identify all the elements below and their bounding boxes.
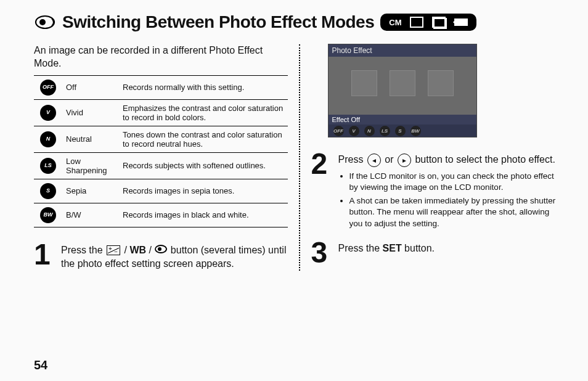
step2-text-b: button to select the photo effect.: [415, 154, 555, 165]
page-header: Switching Between Photo Effect Modes CM: [34, 12, 563, 32]
effect-desc: Records subjects with softened outlines.: [119, 152, 288, 179]
effect-icon: S: [40, 183, 56, 199]
step-2: 2 Press ◂ or ▸ button to select the phot…: [311, 150, 564, 232]
step2-text-a: Press: [338, 154, 366, 165]
lcd-effect-icon: OFF: [333, 126, 344, 136]
step1-text-a: Press the: [61, 245, 105, 255]
mode-stitch-icon: [432, 17, 446, 28]
lcd-status: Effect Off: [329, 115, 476, 125]
table-row: BWB/WRecords images in black and white.: [34, 203, 288, 227]
mode-movie-icon: [454, 18, 468, 26]
table-row: NNeutralTones down the contrast and colo…: [34, 126, 288, 152]
page-number: 54: [34, 358, 47, 372]
effect-name: Neutral: [62, 126, 119, 152]
page-title: Switching Between Photo Effect Modes: [62, 12, 374, 32]
effects-table: OFFOffRecords normally with this setting…: [34, 75, 288, 227]
table-row: SSepiaRecords images in sepia tones.: [34, 179, 288, 203]
wb-label: WB: [129, 245, 146, 255]
effect-desc: Records images in black and white.: [119, 203, 288, 227]
mode-badges: CM: [380, 14, 476, 31]
intro-text: An image can be recorded in a different …: [34, 44, 288, 70]
mode-cm-icon: CM: [389, 18, 401, 27]
lcd-icon-row: OFFVNLSSBW: [329, 125, 476, 137]
step2-bullets: If the LCD monitor is on, you can check …: [338, 171, 564, 229]
effect-icon: V: [40, 105, 56, 121]
table-row: OFFOffRecords normally with this setting…: [34, 75, 288, 99]
table-row: VVividEmphasizes the contrast and color …: [34, 99, 288, 126]
lcd-preview: Photo Effect Effect Off OFFVNLSSBW: [329, 44, 476, 137]
effect-icon: N: [40, 131, 56, 147]
lcd-effect-icon: N: [364, 126, 375, 136]
effect-desc: Records normally with this setting.: [119, 75, 288, 99]
list-item: A shot can be taken immediately by press…: [349, 195, 564, 229]
effect-icon: LS: [40, 158, 56, 174]
svg-point-1: [39, 19, 46, 25]
step-3: 3 Press the SET button.: [311, 239, 564, 266]
effect-desc: Records images in sepia tones.: [119, 179, 288, 203]
right-arrow-button-icon: ▸: [398, 154, 411, 167]
set-label: SET: [383, 243, 402, 253]
step-number: 1: [34, 241, 54, 271]
lcd-effect-icon: V: [349, 126, 359, 136]
photo-effect-inline-icon: [154, 244, 168, 258]
effect-name: Off: [62, 75, 119, 99]
effect-desc: Emphasizes the contrast and color satura…: [119, 99, 288, 126]
effect-name: Sepia: [62, 179, 119, 203]
table-row: LSLow SharpeningRecords subjects with so…: [34, 152, 288, 179]
step3-text-b: button.: [404, 243, 435, 253]
effect-name: B/W: [62, 203, 119, 227]
effect-name: Vivid: [62, 99, 119, 126]
step-1: 1 Press the − / WB / button (several tim…: [34, 241, 288, 271]
step2-mid: or: [385, 154, 396, 165]
list-item: If the LCD monitor is on, you can check …: [349, 171, 564, 193]
exposure-icon: −: [107, 245, 120, 255]
effect-name: Low Sharpening: [62, 152, 119, 179]
step-number: 2: [311, 150, 331, 232]
step3-text-a: Press the: [338, 243, 383, 253]
lcd-title: Photo Effect: [329, 44, 476, 57]
lcd-effect-icon: LS: [380, 126, 390, 136]
lcd-effect-icon: S: [395, 126, 406, 136]
effect-icon: BW: [40, 207, 56, 223]
photo-effect-icon: [34, 14, 56, 30]
mode-playback-icon: [410, 17, 423, 28]
step-number: 3: [311, 239, 331, 266]
left-arrow-button-icon: ◂: [367, 154, 381, 167]
lcd-effect-icon: BW: [410, 126, 421, 136]
svg-point-3: [158, 247, 161, 251]
effect-desc: Tones down the contrast and color satura…: [119, 126, 288, 152]
effect-icon: OFF: [40, 80, 56, 96]
